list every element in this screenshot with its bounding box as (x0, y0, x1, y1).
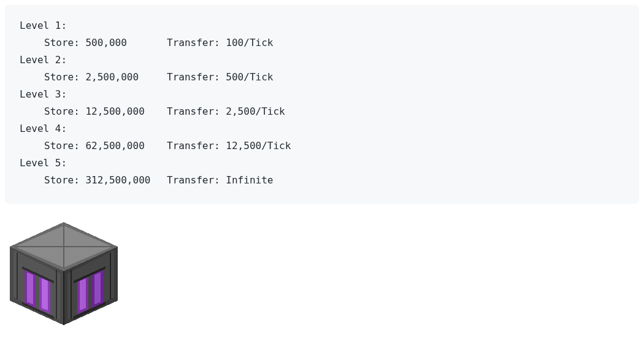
level-title: Level 1: (20, 17, 624, 34)
transfer-label: Transfer: (167, 37, 220, 48)
store-cell: Store: 500,000 (44, 34, 167, 52)
svg-marker-25 (80, 279, 86, 310)
svg-marker-23 (42, 279, 48, 310)
store-cell: Store: 312,500,000 (44, 172, 167, 189)
transfer-label: Transfer: (167, 71, 220, 83)
store-cell: Store: 62,500,000 (44, 137, 167, 155)
level-table: Level 1:Store: 500,000Transfer: 100/Tick… (5, 5, 639, 204)
transfer-value: 500/Tick (226, 71, 273, 83)
storage-block-icon (10, 222, 118, 325)
level-title: Level 5: (20, 155, 624, 172)
store-value: 12,500,000 (85, 106, 144, 117)
level-title: Level 2: (20, 52, 624, 69)
level-title: Level 4: (20, 120, 624, 137)
store-cell: Store: 2,500,000 (44, 69, 167, 86)
svg-marker-22 (27, 272, 33, 304)
store-label: Store: (44, 71, 80, 83)
transfer-cell: Transfer: 12,500/Tick (167, 137, 291, 155)
level-detail: Store: 312,500,000Transfer: Infinite (20, 172, 624, 189)
level-title: Level 3: (20, 86, 624, 103)
store-cell: Store: 12,500,000 (44, 103, 167, 120)
transfer-label: Transfer: (167, 106, 220, 117)
store-value: 500,000 (85, 37, 126, 48)
transfer-value: Infinite (226, 174, 273, 186)
level-detail: Store: 500,000Transfer: 100/Tick (20, 34, 624, 52)
transfer-value: 12,500/Tick (226, 140, 291, 152)
transfer-cell: Transfer: 500/Tick (167, 69, 273, 86)
store-label: Store: (44, 37, 80, 48)
svg-marker-24 (94, 272, 101, 304)
level-detail: Store: 2,500,000Transfer: 500/Tick (20, 69, 624, 86)
transfer-cell: Transfer: Infinite (167, 172, 273, 189)
transfer-label: Transfer: (167, 174, 220, 186)
store-label: Store: (44, 106, 80, 117)
transfer-value: 100/Tick (226, 37, 273, 48)
transfer-cell: Transfer: 2,500/Tick (167, 103, 285, 120)
store-label: Store: (44, 174, 80, 186)
store-value: 62,500,000 (85, 140, 144, 152)
store-value: 312,500,000 (85, 174, 150, 186)
transfer-label: Transfer: (167, 140, 220, 152)
transfer-cell: Transfer: 100/Tick (167, 34, 273, 52)
level-detail: Store: 62,500,000Transfer: 12,500/Tick (20, 137, 624, 155)
store-label: Store: (44, 140, 80, 152)
level-detail: Store: 12,500,000Transfer: 2,500/Tick (20, 103, 624, 120)
transfer-value: 2,500/Tick (226, 106, 285, 117)
store-value: 2,500,000 (85, 71, 139, 83)
